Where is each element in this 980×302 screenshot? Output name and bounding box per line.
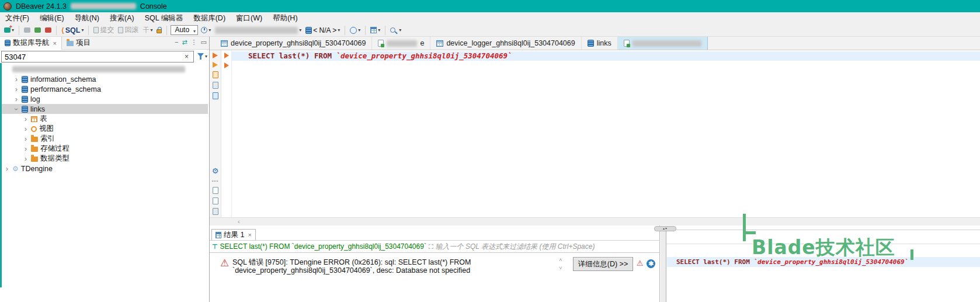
new-sql-editor-button[interactable]: ⟨SQL▾ <box>60 26 85 35</box>
results-filter-bar[interactable]: ⊤ SELECT last(*) FROM `device_property_g… <box>210 241 660 253</box>
expand-icon[interactable]: › <box>13 86 19 92</box>
error-settings-icon[interactable]: ✱ <box>647 259 655 268</box>
warning-icon[interactable]: ⚠ <box>637 259 644 267</box>
file-icon[interactable] <box>213 187 218 194</box>
close-icon[interactable]: × <box>53 40 57 47</box>
clear-filter-icon[interactable]: × <box>185 53 189 61</box>
editor-side-toolbar: ⚙ ••• <box>210 50 221 225</box>
editor-tab-links[interactable]: links <box>582 37 618 50</box>
folder-icon <box>31 157 38 162</box>
minimize-icon[interactable]: − <box>175 39 178 46</box>
chevron-down-icon[interactable]: ▾ <box>81 27 84 33</box>
expand-icon[interactable]: › <box>13 96 19 102</box>
expand-icon[interactable]: › <box>23 156 29 162</box>
menu-item-文件(F)[interactable]: 文件(F) <box>0 12 34 24</box>
editor-tab-device_property_ghhsi8ql0ij_5304704069[interactable]: device_property_ghhsi8ql0ij_5304704069 <box>215 37 372 50</box>
chevron-down-icon[interactable]: ▾ <box>358 27 360 33</box>
menu-item-编辑(E)[interactable]: 编辑(E) <box>34 12 69 24</box>
chevron-down-icon[interactable]: ▾ <box>338 27 340 33</box>
sql-editor-line[interactable]: SELECT last(*) FROM `device_property_ghh… <box>232 51 980 61</box>
collapse-icon[interactable]: › <box>13 106 19 112</box>
tree-item-存储过程[interactable]: ›存储过程 <box>2 144 208 154</box>
search-button[interactable]: ▾ <box>389 27 402 34</box>
tab-projects[interactable]: 项目 <box>62 37 95 50</box>
export-from-query-icon[interactable] <box>213 71 218 78</box>
expand-icon[interactable]: › <box>23 136 29 142</box>
tree-item-索引[interactable]: ›索引 <box>2 134 208 144</box>
navigator-filter-input[interactable] <box>1 51 194 63</box>
transaction-mode-lock-button[interactable] <box>155 26 163 34</box>
plug-red-icon <box>45 27 51 33</box>
editor-tab-redacted-4[interactable] <box>618 37 708 50</box>
invalidate-button[interactable] <box>44 27 53 33</box>
tree-item-表[interactable]: ›表 <box>2 114 208 124</box>
menu-item-导航(N)[interactable]: 导航(N) <box>69 12 105 24</box>
autocommit-combo[interactable]: Auto <box>171 25 198 35</box>
tab-database-navigator[interactable]: 数据库导航 × <box>0 37 62 50</box>
menu-item-帮助(H)[interactable]: 帮助(H) <box>267 12 303 24</box>
expand-icon[interactable]: › <box>23 116 29 122</box>
editor-tab-redacted-1[interactable]: e <box>372 37 430 50</box>
expand-filter-icon[interactable]: ⛶ <box>429 243 433 251</box>
dashboard-button[interactable]: ▾ <box>349 26 362 34</box>
details-button[interactable]: 详细信息(D) >> <box>573 257 633 271</box>
menu-item-搜索(A)[interactable]: 搜索(A) <box>105 12 140 24</box>
error-scroll-spinner[interactable]: ˄˅ <box>557 256 565 273</box>
active-schema-selector[interactable]: < N/A >▾ <box>304 26 341 35</box>
chevron-down-icon[interactable]: ▾ <box>378 27 380 33</box>
chevron-down-icon[interactable]: ▾ <box>208 27 211 33</box>
tree-item-redacted[interactable]: › <box>2 64 208 74</box>
tree-item-links[interactable]: ›links <box>2 104 208 114</box>
filter-settings-button[interactable]: ▾ <box>197 53 207 60</box>
execute-statement-icon[interactable] <box>213 53 218 58</box>
commit-button[interactable]: 提交 <box>92 25 115 36</box>
view-menu-icon[interactable]: ⋮ <box>191 39 197 46</box>
scroll-left-icon[interactable]: ‹ <box>238 218 240 225</box>
script-output-icon[interactable] <box>213 92 218 99</box>
close-icon[interactable]: × <box>248 231 251 238</box>
sql-keywords: SELECT last(*) FROM <box>248 51 336 60</box>
network-tools-button[interactable]: ▾ <box>369 26 381 34</box>
tree-item-information_schema[interactable]: ›information_schema <box>2 74 208 84</box>
explain-plan-icon[interactable] <box>213 82 218 89</box>
tree-item-performance_schema[interactable]: ›performance_schema <box>2 84 208 94</box>
execute-script-icon[interactable] <box>213 62 218 68</box>
maximize-icon[interactable]: ▭ <box>201 39 207 46</box>
gear-icon[interactable]: ⚙ <box>212 167 219 175</box>
editor-tab-device_logger_ghhsi8ql0ij_5304704069[interactable]: device_logger_ghhsi8ql0ij_5304704069 <box>430 37 581 50</box>
file-icon[interactable] <box>213 208 218 215</box>
link-editor-icon[interactable]: ⇄ <box>182 39 187 46</box>
tree-item-log[interactable]: ›log <box>2 94 208 104</box>
chevron-down-icon[interactable]: ▾ <box>299 27 301 33</box>
reconnect-button[interactable] <box>33 27 42 33</box>
transaction-log-icon: 干 <box>143 26 149 34</box>
chevron-down-icon[interactable]: ▾ <box>150 27 152 33</box>
expand-icon[interactable]: › <box>23 126 29 132</box>
tree-item-TDengine[interactable]: ›⚙TDengine <box>2 164 208 173</box>
active-connection-selector[interactable]: ▾ <box>214 26 303 34</box>
rollback-button[interactable]: 回滚 <box>117 25 140 36</box>
transaction-timer-button[interactable]: ▾ <box>200 26 212 34</box>
results-tab[interactable]: 结果 1 × <box>211 229 256 240</box>
menu-item-数据库(D)[interactable]: 数据库(D) <box>188 12 231 24</box>
plug-green-icon <box>34 27 41 33</box>
expand-icon[interactable]: › <box>13 77 19 82</box>
tree-item-视图[interactable]: ›视图 <box>2 124 208 134</box>
toolbar-separator <box>385 26 385 35</box>
chevron-down-icon[interactable]: ▾ <box>399 27 401 33</box>
file-icon[interactable] <box>213 197 218 204</box>
statement-marker-icon[interactable] <box>224 63 229 68</box>
splitter-handle[interactable]: ▴▾ <box>654 226 676 231</box>
new-connection-button[interactable]: ▾ <box>3 27 15 34</box>
tree-item-数据类型[interactable]: ›数据类型 <box>2 154 208 164</box>
menu-item-窗口(W)[interactable]: 窗口(W) <box>231 12 267 24</box>
disconnect-button[interactable] <box>23 27 32 33</box>
statement-marker-icon[interactable] <box>224 53 229 58</box>
transaction-log-button[interactable]: 干▾ <box>141 25 154 35</box>
expand-icon[interactable]: › <box>23 146 29 152</box>
tree-item-label: 数据类型 <box>40 154 69 164</box>
expand-icon[interactable]: › <box>4 166 10 172</box>
editor-horizontal-scrollbar[interactable]: ‹ <box>210 217 980 225</box>
toolbar-separator <box>56 26 57 35</box>
menu-item-SQL 编辑器[interactable]: SQL 编辑器 <box>140 12 189 24</box>
